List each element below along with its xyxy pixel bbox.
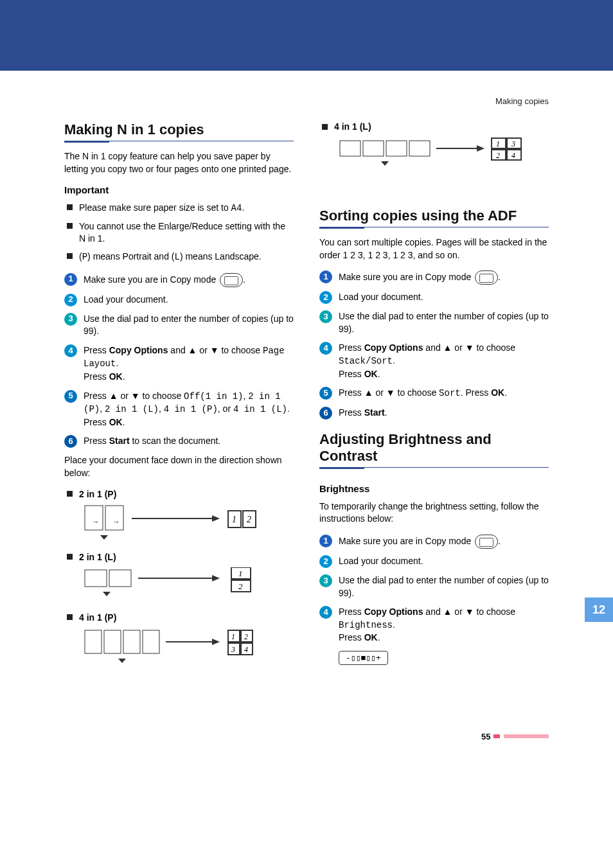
text: Press: [339, 342, 364, 353]
place-document-text: Place your document face down in the dir…: [64, 454, 294, 479]
sort-step-4: 4 Press Copy Options and ▲ or ▼ to choos…: [319, 342, 549, 380]
copy-mode-icon: [475, 270, 498, 285]
heading-n-in-1: Making N in 1 copies: [64, 121, 294, 138]
important-item: Please make sure paper size is set to A4…: [64, 202, 294, 215]
layout-name: 2 in 1 (P): [79, 489, 116, 499]
layout-figure-2in1p: ↑ ↑ 1 2: [64, 504, 294, 543]
svg-marker-39: [381, 161, 389, 166]
section-rule: [319, 227, 549, 227]
key-copy-options: Copy Options: [364, 607, 423, 617]
sort-step-6: 6 Press Start.: [319, 407, 549, 420]
step-number-icon: 5: [64, 390, 77, 403]
key-start: Start: [364, 407, 385, 418]
text: .: [393, 619, 395, 630]
step-number-icon: 2: [64, 294, 77, 306]
step-number-icon: 3: [319, 574, 332, 587]
step-text: Use the dial pad to enter the number of …: [339, 310, 549, 335]
step-text: Make sure you are in Copy mode: [339, 536, 474, 546]
key-ok: OK: [109, 417, 123, 427]
sort-step-2: 2 Load your document.: [319, 291, 549, 304]
text: .: [287, 403, 290, 414]
step-4: 4 Press Copy Options and ▲ or ▼ to choos…: [64, 344, 294, 384]
svg-rect-35: [340, 141, 360, 156]
text: and ▲ or ▼ to choose: [423, 607, 515, 617]
step-text: Load your document.: [339, 555, 549, 568]
svg-marker-4: [100, 535, 108, 540]
step-number-icon: 3: [64, 313, 77, 326]
svg-text:2: 2: [247, 515, 251, 524]
key-start: Start: [109, 436, 130, 446]
layout-name: 4 in 1 (L): [334, 121, 371, 132]
svg-text:2: 2: [238, 581, 243, 591]
important-item: (P) means Portrait and (L) means Landsca…: [64, 251, 294, 264]
layout-label-2in1l: 2 in 1 (L): [64, 552, 294, 562]
text: .: [242, 202, 244, 213]
step-text: Use the dial pad to enter the number of …: [84, 313, 294, 338]
intro-paragraph: The N in 1 copy feature can help you sav…: [64, 150, 294, 175]
text: Press: [339, 407, 364, 418]
text: .: [378, 369, 380, 379]
step-text: Use the dial pad to enter the number of …: [339, 574, 549, 599]
section-rule: [64, 141, 294, 141]
footer-accent-icon: [504, 734, 549, 738]
svg-text:↑: ↑: [113, 520, 121, 524]
text: .: [123, 417, 125, 427]
header-band: [0, 0, 613, 71]
text: Press: [339, 632, 364, 642]
layout-name: 2 in 1 (L): [79, 552, 116, 562]
step-1: 1 Make sure you are in Copy mode .: [64, 273, 294, 287]
svg-text:1: 1: [496, 139, 500, 148]
text: ) means Portrait and (: [87, 251, 174, 261]
left-column: Making N in 1 copies The N in 1 copy fea…: [64, 121, 294, 679]
bright-step-3: 3 Use the dial pad to enter the number o…: [319, 574, 549, 599]
text: Press: [84, 371, 109, 382]
step-number-icon: 6: [319, 407, 332, 420]
lcd-display: -▯▯■▯▯+: [339, 651, 388, 665]
square-bullet-icon: [67, 614, 73, 620]
text: Press: [84, 436, 109, 446]
key-ok: OK: [109, 371, 123, 382]
svg-rect-22: [123, 630, 140, 653]
square-bullet-icon: [67, 491, 73, 497]
bright-step-1: 1 Make sure you are in Copy mode .: [319, 535, 549, 549]
text: Press ▲ or ▼ to choose: [84, 391, 184, 401]
step-6: 6 Press Start to scan the document.: [64, 435, 294, 448]
svg-rect-20: [85, 630, 102, 653]
text: and ▲ or ▼ to choose: [168, 345, 263, 355]
text: . Press: [461, 387, 491, 398]
key-ok: OK: [364, 632, 378, 642]
sort-paragraph: You can sort multiple copies. Pages will…: [319, 236, 549, 261]
text: .: [123, 371, 125, 382]
layout-figure-2in1l: 1 2: [64, 567, 294, 603]
option-sort: Sort: [439, 388, 461, 398]
key-ok: OK: [364, 369, 378, 379]
step-number-icon: 6: [64, 435, 77, 448]
step-number-icon: 2: [319, 555, 332, 568]
step-number-icon: 2: [319, 291, 332, 304]
text: .: [393, 355, 395, 366]
svg-text:↑: ↑: [93, 520, 100, 524]
heading-brightness: Brightness: [319, 483, 549, 494]
important-item: You cannot use the Enlarge/Reduce settin…: [64, 220, 294, 245]
text: .: [116, 358, 118, 368]
code-l: L: [174, 252, 179, 262]
step-3: 3 Use the dial pad to enter the number o…: [64, 313, 294, 338]
svg-text:2: 2: [496, 151, 500, 160]
square-bullet-icon: [67, 253, 73, 259]
option-2in1l: 2 in 1 (L): [105, 404, 159, 414]
page-footer: 55: [64, 731, 549, 742]
heading-brightness-contrast: Adjusting Brightness and Contrast: [319, 431, 549, 465]
text: Press ▲ or ▼ to choose: [339, 387, 439, 398]
svg-marker-6: [212, 515, 220, 522]
step-2: 2 Load your document.: [64, 294, 294, 306]
step-number-icon: 1: [319, 535, 332, 547]
right-column: 4 in 1 (L) 1 3 2: [319, 121, 549, 679]
step-number-icon: 1: [64, 273, 77, 286]
step-text: Load your document.: [84, 294, 294, 306]
step-number-icon: 4: [64, 344, 77, 357]
svg-text:4: 4: [244, 645, 248, 654]
footer-accent-icon: [493, 734, 500, 738]
section-rule: [319, 467, 549, 468]
svg-rect-21: [104, 630, 121, 653]
key-copy-options: Copy Options: [109, 345, 168, 355]
